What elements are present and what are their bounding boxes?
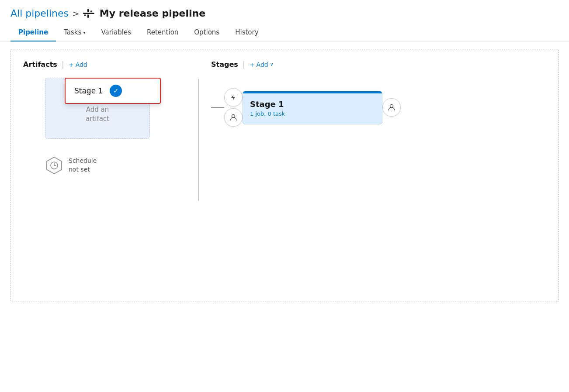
artifacts-divider: | xyxy=(62,60,64,69)
stages-add-button[interactable]: + Add ∨ xyxy=(250,61,274,68)
stage-card-body: Stage 1 1 job, 0 task xyxy=(243,93,382,124)
breadcrumb: All pipelines > My release pipeline xyxy=(10,8,559,19)
tab-retention[interactable]: Retention xyxy=(139,24,186,41)
person-post-svg xyxy=(388,103,396,111)
stage-dropdown[interactable]: Stage 1 ✓ xyxy=(65,78,161,104)
tab-options[interactable]: Options xyxy=(186,24,227,41)
svg-rect-1 xyxy=(87,9,89,12)
canvas-sections: Artifacts | + Add + Add an artifact xyxy=(23,60,546,175)
schedule-area[interactable]: Schedule not set xyxy=(45,156,198,175)
stages-add-chevron: ∨ xyxy=(270,62,274,67)
stage-pre-icons xyxy=(224,88,243,127)
svg-rect-3 xyxy=(90,10,92,12)
stage-card-name: Stage 1 xyxy=(250,100,375,109)
schedule-hexagon-icon xyxy=(45,156,63,175)
connector-line-left xyxy=(211,107,224,108)
tab-tasks[interactable]: Tasks ▾ xyxy=(56,24,93,41)
artifacts-title: Artifacts xyxy=(23,60,57,69)
tab-pipeline[interactable]: Pipeline xyxy=(10,24,56,41)
page-title: My release pipeline xyxy=(100,8,205,19)
stages-title: Stages xyxy=(211,60,238,69)
stages-divider: | xyxy=(243,60,245,69)
artifacts-add-plus: + xyxy=(69,61,74,68)
header: All pipelines > My release pipeline Pipe… xyxy=(0,0,569,42)
stages-add-plus: + xyxy=(250,61,255,68)
lightning-svg xyxy=(229,93,237,101)
tab-history[interactable]: History xyxy=(227,24,266,41)
person-pre-icon[interactable] xyxy=(224,108,243,127)
svg-rect-2 xyxy=(87,14,89,18)
add-artifact-text: Add an artifact xyxy=(86,105,109,124)
tasks-chevron: ▾ xyxy=(83,30,85,35)
person-svg xyxy=(229,113,237,121)
person-post-icon[interactable] xyxy=(382,98,401,117)
pipeline-icon xyxy=(83,9,94,18)
artifacts-add-button[interactable]: + Add xyxy=(69,61,87,68)
stage-card-meta: 1 job, 0 task xyxy=(250,110,375,117)
lightning-pre-icon[interactable] xyxy=(224,88,243,107)
stage-check-icon: ✓ xyxy=(110,85,122,97)
stages-header: Stages | + Add ∨ xyxy=(211,60,546,69)
svg-rect-0 xyxy=(83,13,94,14)
svg-rect-4 xyxy=(84,14,86,16)
artifacts-section: Artifacts | + Add + Add an artifact xyxy=(23,60,198,175)
artifacts-add-label: Add xyxy=(76,61,87,68)
stage-card[interactable]: Stage 1 1 job, 0 task xyxy=(243,91,382,124)
tab-variables[interactable]: Variables xyxy=(93,24,139,41)
schedule-text: Schedule not set xyxy=(69,157,97,174)
stages-content: Stage 1 1 job, 0 task xyxy=(211,78,546,127)
stages-add-label: Add xyxy=(257,61,268,68)
stage-dropdown-label: Stage 1 xyxy=(74,86,103,95)
all-pipelines-link[interactable]: All pipelines xyxy=(10,8,69,19)
breadcrumb-separator: > xyxy=(72,8,80,19)
vertical-divider xyxy=(198,79,199,201)
nav-tabs: Pipeline Tasks ▾ Variables Retention Opt… xyxy=(10,24,559,41)
stages-section: Stages | + Add ∨ xyxy=(199,60,546,175)
artifacts-header: Artifacts | + Add xyxy=(23,60,198,69)
